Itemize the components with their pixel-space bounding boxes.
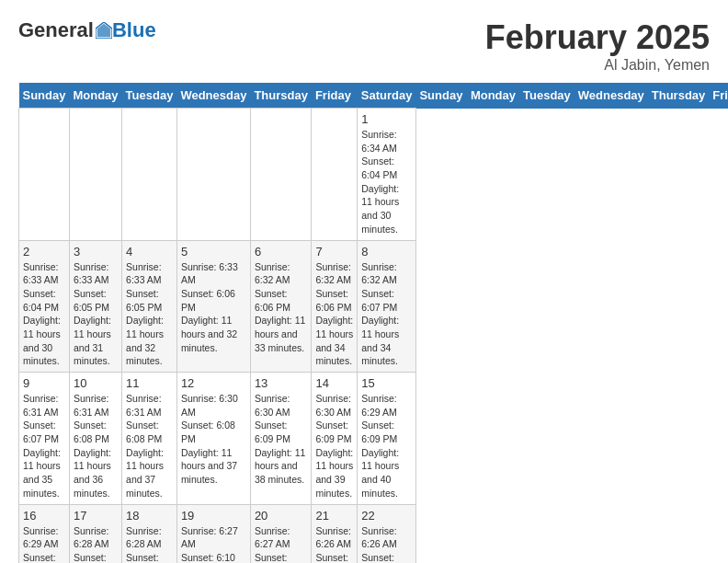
day-number: 1 bbox=[361, 112, 412, 126]
calendar-cell: 22Sunrise: 6:26 AM Sunset: 6:11 PM Dayli… bbox=[358, 504, 416, 563]
calendar-cell: 15Sunrise: 6:29 AM Sunset: 6:09 PM Dayli… bbox=[358, 373, 416, 505]
calendar-cell: 17Sunrise: 6:28 AM Sunset: 6:10 PM Dayli… bbox=[69, 504, 121, 563]
logo-blue: Blue bbox=[112, 18, 156, 42]
day-info: Sunrise: 6:33 AM Sunset: 6:05 PM Dayligh… bbox=[126, 260, 173, 369]
day-number: 17 bbox=[74, 509, 118, 523]
calendar-cell: 10Sunrise: 6:31 AM Sunset: 6:08 PM Dayli… bbox=[69, 373, 121, 505]
logo: General Blue bbox=[18, 18, 156, 42]
calendar-cell: 19Sunrise: 6:27 AM Sunset: 6:10 PM Dayli… bbox=[176, 504, 250, 563]
calendar-cell bbox=[19, 109, 70, 241]
calendar-week-2: 2Sunrise: 6:33 AM Sunset: 6:04 PM Daylig… bbox=[19, 240, 729, 373]
calendar-cell: 11Sunrise: 6:31 AM Sunset: 6:08 PM Dayli… bbox=[122, 373, 177, 505]
day-number: 9 bbox=[23, 376, 65, 390]
calendar-cell: 3Sunrise: 6:33 AM Sunset: 6:05 PM Daylig… bbox=[69, 240, 121, 373]
day-info: Sunrise: 6:33 AM Sunset: 6:05 PM Dayligh… bbox=[74, 260, 118, 369]
logo-icon bbox=[96, 22, 112, 39]
day-number: 19 bbox=[181, 509, 246, 523]
day-info: Sunrise: 6:29 AM Sunset: 6:09 PM Dayligh… bbox=[361, 392, 412, 500]
header-wednesday: Wednesday bbox=[176, 83, 250, 109]
header-sunday: Sunday bbox=[415, 83, 466, 109]
header-friday: Friday bbox=[709, 83, 728, 109]
day-number: 13 bbox=[255, 376, 308, 390]
calendar-cell: 5Sunrise: 6:33 AM Sunset: 6:06 PM Daylig… bbox=[176, 240, 250, 373]
calendar-cell: 20Sunrise: 6:27 AM Sunset: 6:11 PM Dayli… bbox=[250, 504, 312, 563]
header-monday: Monday bbox=[467, 83, 519, 109]
day-number: 2 bbox=[23, 245, 65, 259]
calendar-cell: 1Sunrise: 6:34 AM Sunset: 6:04 PM Daylig… bbox=[358, 109, 416, 241]
day-info: Sunrise: 6:31 AM Sunset: 6:08 PM Dayligh… bbox=[74, 392, 118, 500]
day-info: Sunrise: 6:27 AM Sunset: 6:11 PM Dayligh… bbox=[255, 524, 308, 564]
header-thursday: Thursday bbox=[648, 83, 710, 109]
header-friday: Friday bbox=[312, 83, 358, 109]
calendar-cell: 21Sunrise: 6:26 AM Sunset: 6:11 PM Dayli… bbox=[312, 504, 358, 563]
day-info: Sunrise: 6:33 AM Sunset: 6:04 PM Dayligh… bbox=[23, 260, 65, 369]
calendar-week-1: 1Sunrise: 6:34 AM Sunset: 6:04 PM Daylig… bbox=[19, 109, 729, 241]
day-info: Sunrise: 6:28 AM Sunset: 6:10 PM Dayligh… bbox=[126, 524, 173, 564]
day-info: Sunrise: 6:31 AM Sunset: 6:08 PM Dayligh… bbox=[126, 392, 173, 500]
day-number: 22 bbox=[361, 509, 412, 523]
month-title: February 2025 bbox=[485, 18, 710, 57]
page-header: General Blue February 2025 Al Jabin, Yem… bbox=[18, 18, 710, 74]
day-info: Sunrise: 6:30 AM Sunset: 6:09 PM Dayligh… bbox=[315, 392, 353, 500]
day-info: Sunrise: 6:30 AM Sunset: 6:08 PM Dayligh… bbox=[181, 392, 246, 487]
day-number: 21 bbox=[315, 509, 353, 523]
day-number: 5 bbox=[181, 245, 246, 259]
calendar-cell: 9Sunrise: 6:31 AM Sunset: 6:07 PM Daylig… bbox=[19, 373, 70, 505]
title-block: February 2025 Al Jabin, Yemen bbox=[485, 18, 710, 74]
day-info: Sunrise: 6:32 AM Sunset: 6:07 PM Dayligh… bbox=[361, 260, 412, 369]
calendar-week-4: 16Sunrise: 6:29 AM Sunset: 6:10 PM Dayli… bbox=[19, 504, 729, 563]
day-info: Sunrise: 6:31 AM Sunset: 6:07 PM Dayligh… bbox=[23, 392, 65, 500]
calendar-cell: 6Sunrise: 6:32 AM Sunset: 6:06 PM Daylig… bbox=[250, 240, 312, 373]
day-info: Sunrise: 6:34 AM Sunset: 6:04 PM Dayligh… bbox=[361, 128, 412, 236]
calendar-table: SundayMondayTuesdayWednesdayThursdayFrid… bbox=[18, 83, 728, 563]
day-info: Sunrise: 6:26 AM Sunset: 6:11 PM Dayligh… bbox=[315, 524, 353, 564]
day-info: Sunrise: 6:32 AM Sunset: 6:06 PM Dayligh… bbox=[315, 260, 353, 369]
calendar-cell: 13Sunrise: 6:30 AM Sunset: 6:09 PM Dayli… bbox=[250, 373, 312, 505]
header-thursday: Thursday bbox=[250, 83, 312, 109]
calendar-cell bbox=[176, 109, 250, 241]
day-number: 10 bbox=[74, 376, 118, 390]
day-info: Sunrise: 6:33 AM Sunset: 6:06 PM Dayligh… bbox=[181, 260, 246, 355]
calendar-cell: 7Sunrise: 6:32 AM Sunset: 6:06 PM Daylig… bbox=[312, 240, 358, 373]
header-tuesday: Tuesday bbox=[122, 83, 177, 109]
day-number: 15 bbox=[361, 376, 412, 390]
day-info: Sunrise: 6:30 AM Sunset: 6:09 PM Dayligh… bbox=[255, 392, 308, 487]
header-sunday: Sunday bbox=[19, 83, 70, 109]
calendar-cell bbox=[250, 109, 312, 241]
calendar-cell: 4Sunrise: 6:33 AM Sunset: 6:05 PM Daylig… bbox=[122, 240, 177, 373]
calendar-cell: 12Sunrise: 6:30 AM Sunset: 6:08 PM Dayli… bbox=[176, 373, 250, 505]
logo-general: General bbox=[18, 18, 94, 42]
day-info: Sunrise: 6:28 AM Sunset: 6:10 PM Dayligh… bbox=[74, 524, 118, 564]
calendar-header-row: SundayMondayTuesdayWednesdayThursdayFrid… bbox=[19, 83, 729, 109]
day-number: 8 bbox=[361, 245, 412, 259]
calendar-week-3: 9Sunrise: 6:31 AM Sunset: 6:07 PM Daylig… bbox=[19, 373, 729, 505]
calendar-cell bbox=[69, 109, 121, 241]
day-info: Sunrise: 6:32 AM Sunset: 6:06 PM Dayligh… bbox=[255, 260, 308, 355]
day-number: 14 bbox=[315, 376, 353, 390]
day-number: 7 bbox=[315, 245, 353, 259]
day-number: 11 bbox=[126, 376, 173, 390]
day-number: 3 bbox=[74, 245, 118, 259]
calendar-cell bbox=[122, 109, 177, 241]
day-number: 12 bbox=[181, 376, 246, 390]
day-number: 16 bbox=[23, 509, 65, 523]
day-info: Sunrise: 6:27 AM Sunset: 6:10 PM Dayligh… bbox=[181, 524, 246, 564]
calendar-cell bbox=[312, 109, 358, 241]
day-number: 4 bbox=[126, 245, 173, 259]
header-saturday: Saturday bbox=[358, 83, 416, 109]
day-number: 18 bbox=[126, 509, 173, 523]
calendar-cell: 8Sunrise: 6:32 AM Sunset: 6:07 PM Daylig… bbox=[358, 240, 416, 373]
header-wednesday: Wednesday bbox=[574, 83, 648, 109]
day-info: Sunrise: 6:29 AM Sunset: 6:10 PM Dayligh… bbox=[23, 524, 65, 564]
location: Al Jabin, Yemen bbox=[485, 57, 710, 74]
day-number: 20 bbox=[255, 509, 308, 523]
day-info: Sunrise: 6:26 AM Sunset: 6:11 PM Dayligh… bbox=[361, 524, 412, 564]
header-tuesday: Tuesday bbox=[519, 83, 574, 109]
calendar-cell: 16Sunrise: 6:29 AM Sunset: 6:10 PM Dayli… bbox=[19, 504, 70, 563]
day-number: 6 bbox=[255, 245, 308, 259]
calendar-cell: 18Sunrise: 6:28 AM Sunset: 6:10 PM Dayli… bbox=[122, 504, 177, 563]
header-monday: Monday bbox=[69, 83, 121, 109]
calendar-cell: 14Sunrise: 6:30 AM Sunset: 6:09 PM Dayli… bbox=[312, 373, 358, 505]
calendar-cell: 2Sunrise: 6:33 AM Sunset: 6:04 PM Daylig… bbox=[19, 240, 70, 373]
